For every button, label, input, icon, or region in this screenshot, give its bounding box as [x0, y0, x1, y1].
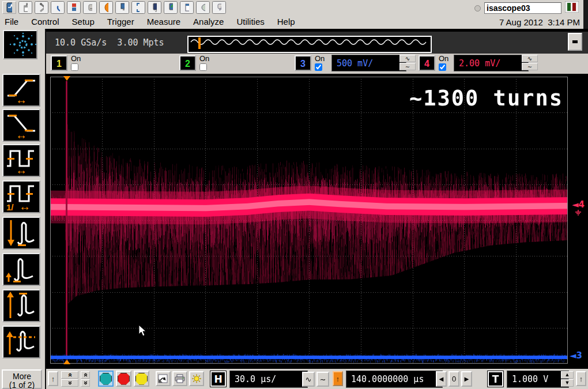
refresh-icon[interactable]	[51, 1, 65, 14]
menu-utilities[interactable]: Utilities	[236, 17, 264, 27]
new-window-icon[interactable]	[180, 1, 194, 14]
channel-2-on-checkbox[interactable]	[199, 63, 207, 71]
rise-time-button[interactable]: ↔	[2, 74, 40, 107]
channel-3-ground-marker[interactable]: ◄3	[570, 352, 582, 360]
horizontal-position-button[interactable]: ↑	[333, 371, 343, 386]
waveform-canvas[interactable]	[50, 77, 568, 364]
horizontal-setup-button[interactable]: H	[210, 371, 226, 387]
channel-3-on-label: On	[315, 54, 325, 63]
position-zero-button[interactable]: 0	[448, 371, 459, 387]
fall-time-button[interactable]: ↔	[2, 109, 40, 142]
fine-down-button[interactable]: «	[81, 379, 90, 387]
tools-icon[interactable]	[35, 1, 48, 14]
stop-button[interactable]	[116, 371, 131, 387]
svg-text:↔: ↔	[16, 129, 27, 139]
mouse-cursor	[138, 324, 148, 337]
more-measurements-button[interactable]: More (1 of 2)	[2, 369, 42, 389]
datetime-display: 7 Aug 2012 3:14 PM	[499, 17, 580, 27]
trigger-level-down-button[interactable]: ▼	[561, 379, 574, 387]
scope-main: 10.0 GSa/s 3.00 Mpts 1 On 2 On 3 On 500 …	[46, 29, 588, 389]
sample-rate-readout: 10.0 GSa/s 3.00 Mpts	[55, 37, 164, 48]
menu-bar: File Control Setup Trigger Measure Analy…	[0, 16, 583, 29]
measurement-sidebar: ↔ ↔ ↔ 1/↔ More (1 of 2)	[0, 29, 46, 389]
channel-4-scale-display[interactable]: 2.00 mV/	[454, 55, 529, 71]
channel-1-button[interactable]: 1	[51, 55, 67, 71]
channel-4-on-checkbox[interactable]	[439, 63, 446, 71]
fullscreen-icon[interactable]	[131, 1, 145, 14]
brightness-icon[interactable]	[189, 371, 204, 386]
windows-logo-icon[interactable]	[67, 1, 81, 14]
v-max-button[interactable]	[2, 289, 40, 322]
menu-setup[interactable]: Setup	[72, 17, 95, 27]
run-control-toolbar: ↑ « « « « H 30.0 µs/ ∿ ∼ ↑ 140.0000	[46, 369, 588, 389]
vertical-position-button[interactable]: ↑	[48, 371, 58, 386]
minus-icon	[572, 40, 578, 43]
print-icon[interactable]	[172, 371, 187, 386]
preview-position-marker	[198, 37, 201, 49]
timebase-zoom-out-icon[interactable]: ∼	[316, 372, 329, 387]
scope-app-icon[interactable]	[2, 1, 16, 14]
channel-3-scale-up-icon[interactable]: ∼	[399, 63, 416, 70]
waveform-display: ~1300 turns ◄4 ◄3	[50, 77, 568, 364]
connection-status-icon	[565, 1, 579, 15]
svg-text:↔: ↔	[16, 93, 27, 104]
timebase-zoom-in-icon[interactable]: ∿	[302, 372, 315, 387]
fine-up-button[interactable]: «	[81, 371, 90, 379]
timebase-position-display[interactable]: 140.0000000 µs	[346, 371, 443, 388]
trigger-level-up-button[interactable]: ▲	[561, 371, 574, 379]
channel-1-on-label: On	[71, 54, 81, 63]
position-right-button[interactable]: ►	[461, 371, 472, 387]
channel-3-on-checkbox[interactable]	[315, 63, 322, 71]
coarse-up-button[interactable]: «	[61, 371, 78, 379]
channel-4-scale-up-icon[interactable]: ∼	[522, 63, 538, 70]
hostname-input[interactable]	[484, 2, 561, 14]
single-button[interactable]	[134, 371, 149, 387]
trigger-level-display[interactable]: 1.000 V	[507, 371, 569, 388]
agilent-logo-button[interactable]	[3, 30, 37, 59]
trigger-time-marker-top[interactable]	[63, 76, 70, 81]
position-left-button[interactable]: ◄	[436, 371, 447, 387]
network-error-icon[interactable]	[115, 1, 129, 14]
export-icon[interactable]	[156, 371, 171, 386]
channel-3-scale-display[interactable]: 500 mV/	[331, 55, 406, 71]
channel-4-scale-down-icon[interactable]: ∿	[522, 55, 538, 62]
v-base-button[interactable]	[2, 253, 40, 286]
coarse-down-button[interactable]: «	[61, 379, 78, 387]
ellipse-icon[interactable]	[196, 1, 210, 14]
status-dot	[474, 5, 481, 12]
frequency-button[interactable]: 1/↔	[2, 180, 40, 213]
disk-drive-icon[interactable]	[83, 1, 97, 14]
oscilloscope-app: File Control Setup Trigger Measure Analy…	[0, 0, 588, 389]
v-min-button[interactable]	[2, 217, 40, 250]
channel-4-button[interactable]: 4	[419, 55, 435, 71]
menu-trigger[interactable]: Trigger	[107, 17, 134, 27]
channel-1-on-checkbox[interactable]	[71, 63, 78, 71]
v-top-button[interactable]	[2, 326, 40, 358]
run-button[interactable]	[98, 371, 114, 387]
chat-icon[interactable]	[212, 1, 226, 14]
channel-4-ground-marker[interactable]: ◄4	[572, 201, 585, 216]
channel-3-scale-down-icon[interactable]: ∿	[399, 55, 416, 62]
channel-2-button[interactable]: 2	[179, 55, 196, 71]
waveform-preview-bar[interactable]	[187, 36, 432, 53]
copy-window-icon[interactable]	[18, 1, 32, 14]
menu-file[interactable]: File	[5, 17, 18, 27]
channel-2-on-label: On	[199, 54, 209, 63]
timebase-scale-display[interactable]: 30.0 µs/	[229, 371, 308, 388]
svg-text:↔: ↔	[19, 200, 31, 211]
warning-icon[interactable]	[99, 1, 113, 14]
menu-control[interactable]: Control	[31, 17, 59, 27]
monitor-icon[interactable]	[148, 1, 161, 14]
minimize-controls-button[interactable]	[568, 33, 582, 51]
menu-analyze[interactable]: Analyze	[193, 17, 224, 27]
trigger-time-marker-bottom[interactable]	[63, 360, 70, 364]
menu-measure[interactable]: Measure	[147, 17, 180, 27]
acquisition-strip: 10.0 GSa/s 3.00 Mpts	[46, 32, 588, 54]
trigger-setup-button[interactable]: T	[488, 371, 503, 387]
channel-3-button[interactable]: 3	[295, 55, 311, 71]
trigger-position-button[interactable]: ↑	[576, 371, 586, 386]
monitor-refresh-icon[interactable]	[164, 1, 178, 14]
window-edge	[583, 0, 588, 29]
menu-help[interactable]: Help	[277, 17, 295, 27]
period-button[interactable]: ↔	[2, 144, 40, 177]
